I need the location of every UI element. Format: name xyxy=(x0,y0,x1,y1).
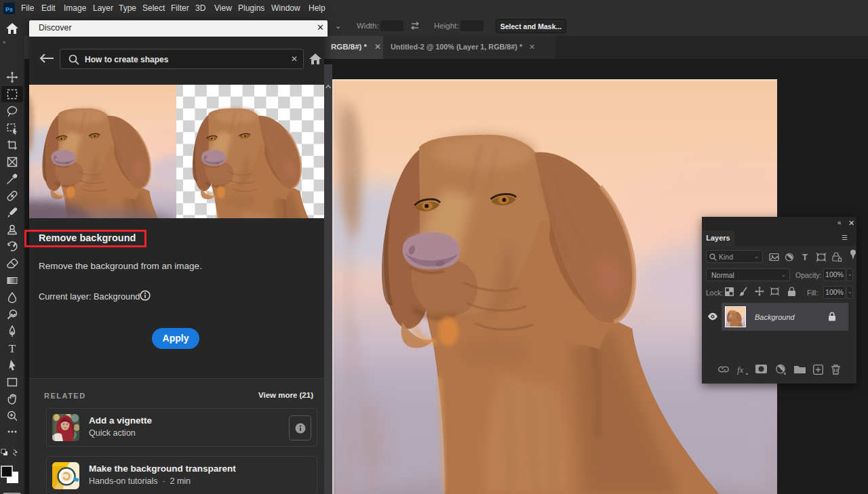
svg-text:Ps: Ps xyxy=(5,6,13,13)
svg-text:fx: fx xyxy=(737,365,744,375)
svg-text:T: T xyxy=(9,342,16,355)
svg-text:T: T xyxy=(802,252,808,262)
